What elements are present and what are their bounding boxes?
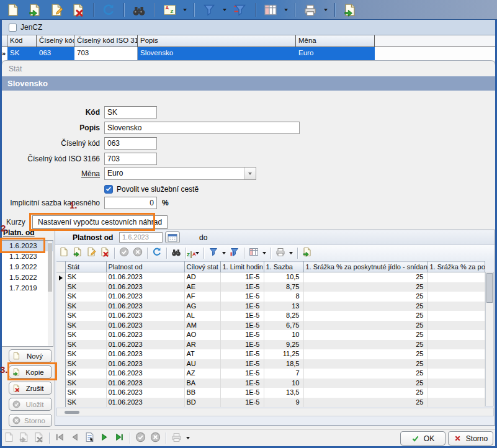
nav-print-button[interactable] (171, 432, 182, 445)
date-item[interactable]: 1.9.2022 (2, 262, 53, 272)
table-row[interactable]: SK 01.06.2023 BD 1E-5 9 25 (56, 398, 485, 408)
horizontal-scrollbar-thumb[interactable] (65, 411, 79, 414)
list-scrollbar-thumb[interactable] (48, 243, 52, 292)
rates-print-dropdown-arrow[interactable] (289, 252, 293, 254)
rates-sort-az-button[interactable]: AZ (190, 248, 192, 259)
last-record-button[interactable] (114, 432, 125, 445)
table-row[interactable]: SK 01.06.2023 AD 1E-5 10,5 25 (56, 272, 485, 282)
rates-search-icon[interactable] (171, 247, 181, 259)
rates-col-limit[interactable]: 1. Limit hodin (220, 262, 264, 272)
search-icon[interactable] (131, 2, 147, 18)
popis-input[interactable] (104, 122, 300, 134)
platnost-od-input[interactable]: 1.6.2023 (119, 232, 163, 243)
date-item[interactable]: 1.7.2019 (2, 283, 53, 293)
table-row[interactable]: SK 01.06.2023 AE 1E-5 8,75 25 (56, 282, 485, 292)
rates-col-platnost[interactable]: Platnost od (106, 262, 184, 272)
tab-kurzy[interactable]: Kurzy (6, 218, 25, 226)
table-row[interactable]: SK 01.06.2023 AT 1E-5 11,25 25 (56, 349, 485, 359)
rates-copy-button[interactable] (73, 247, 83, 259)
rates-col-srazka-2[interactable]: 1. Srážka % za pos (428, 262, 485, 272)
table-row[interactable]: SK 01.06.2023 BB 1E-5 13,5 25 (56, 388, 485, 398)
rates-col-cilovy[interactable]: Cílový stat (184, 262, 220, 272)
nav-copy-button[interactable] (19, 432, 29, 445)
browse-records-button[interactable] (84, 432, 95, 445)
next-record-button[interactable] (99, 432, 110, 445)
confirm-record-button[interactable] (135, 432, 146, 445)
columns-dropdown-arrow[interactable] (284, 9, 288, 11)
rates-refresh-button[interactable] (152, 247, 162, 259)
col-header-mena[interactable]: Měna (296, 35, 375, 47)
table-row[interactable]: SK 01.06.2023 BA 1E-5 10 25 (56, 379, 485, 388)
rates-confirm-button[interactable] (119, 247, 129, 259)
filter-button[interactable] (201, 2, 217, 18)
edit-record-button[interactable] (48, 2, 65, 18)
table-row[interactable]: SK 01.06.2023 AG 1E-5 13 25 (56, 302, 485, 311)
table-row[interactable]: SK 01.06.2023 AR 1E-5 9,25 25 (56, 340, 485, 350)
mena-label[interactable]: Měna (5, 169, 104, 178)
table-row[interactable]: SK 01.06.2023 AF 1E-5 8 25 (56, 292, 485, 302)
storno-side-button[interactable]: Storno (9, 414, 52, 427)
table-row[interactable]: SK 01.06.2023 AZ 1E-5 7 25 (56, 369, 485, 379)
refresh-button[interactable] (101, 2, 117, 18)
rates-export-button[interactable] (302, 247, 312, 259)
nav-print-dropdown-arrow[interactable] (186, 437, 190, 439)
export-button[interactable] (342, 2, 358, 18)
country-row-selected[interactable]: » SK 063 703 Slovensko Euro (0, 47, 497, 60)
new-record-button[interactable] (5, 2, 21, 18)
mena-select[interactable]: Euro (104, 167, 256, 180)
col-header-ciselny-kod[interactable]: Číselný kód (37, 35, 74, 47)
rates-filter-button[interactable] (208, 247, 218, 259)
filter-dropdown-arrow[interactable] (223, 9, 226, 11)
list-scrollbar[interactable] (48, 241, 52, 346)
zrusit-button[interactable]: Zrušit (9, 382, 52, 395)
rates-columns-button[interactable] (249, 247, 259, 259)
rates-col-sazba[interactable]: 1. Sazba (264, 262, 303, 272)
rates-new-button[interactable] (59, 247, 69, 259)
sazba-input[interactable] (104, 197, 157, 209)
date-item[interactable]: 1.5.2022 (2, 272, 53, 283)
rates-print-button[interactable] (275, 247, 285, 259)
rates-filter-dropdown-arrow[interactable] (222, 252, 226, 254)
table-row[interactable]: SK 01.06.2023 AO 1E-5 10 25 (56, 330, 485, 340)
sort-dropdown-arrow[interactable] (183, 9, 187, 11)
rates-vertical-scrollbar[interactable] (485, 272, 494, 406)
col-header-kod[interactable]: Kód (7, 35, 37, 47)
calendar-button[interactable] (165, 231, 180, 243)
first-record-button[interactable] (55, 432, 65, 445)
cancel-record-button[interactable] (150, 432, 161, 445)
rates-col-srazka-snidane[interactable]: 1. Srážka % za poskytnuté jídlo - snídan… (303, 262, 428, 272)
vertical-scrollbar-thumb[interactable] (486, 273, 493, 303)
columns-button[interactable] (262, 2, 279, 18)
ulozit-button[interactable]: Uložit (9, 398, 52, 411)
rates-delete-button[interactable] (100, 247, 110, 259)
table-row[interactable]: SK 01.06.2023 AL 1E-5 8,25 25 (56, 311, 485, 321)
iso-kod-input[interactable] (104, 153, 157, 165)
ciselny-kod-input[interactable] (104, 137, 157, 150)
nav-delete-button[interactable] (34, 432, 44, 445)
table-row[interactable]: SK 01.06.2023 AM 1E-5 6,75 25 (56, 321, 485, 331)
copy-record-button[interactable] (27, 2, 43, 18)
print-dropdown-arrow[interactable] (324, 9, 328, 11)
rates-columns-dropdown-arrow[interactable] (262, 252, 266, 254)
mena-dropdown-button[interactable] (244, 168, 256, 179)
povolit-checkbox[interactable] (104, 185, 113, 194)
rates-edit-button[interactable] (86, 247, 96, 259)
col-header-iso[interactable]: Číselný kód ISO 3166 (74, 35, 138, 47)
novy-button[interactable]: Nový (9, 349, 52, 362)
rates-cancel-button[interactable] (133, 247, 143, 259)
rates-horizontal-scrollbar[interactable] (56, 408, 494, 416)
print-button[interactable] (302, 2, 318, 18)
jencz-checkbox[interactable] (9, 24, 17, 32)
col-header-popis[interactable]: Popis (138, 35, 296, 47)
table-row[interactable]: SK 01.06.2023 AU 1E-5 18,5 25 (56, 359, 485, 369)
storno-button[interactable]: Storno (448, 431, 493, 446)
previous-record-button[interactable] (69, 432, 80, 445)
rates-col-stat[interactable]: Stát (65, 262, 106, 272)
sort-az-button[interactable]: AZ (161, 2, 177, 18)
nav-new-button[interactable] (4, 432, 14, 445)
ok-button[interactable]: OK (400, 431, 446, 446)
kod-input[interactable] (104, 106, 157, 119)
rates-filter-stats-button[interactable] (230, 247, 240, 259)
filter-list-button[interactable] (232, 2, 248, 18)
delete-record-button[interactable] (70, 2, 86, 18)
